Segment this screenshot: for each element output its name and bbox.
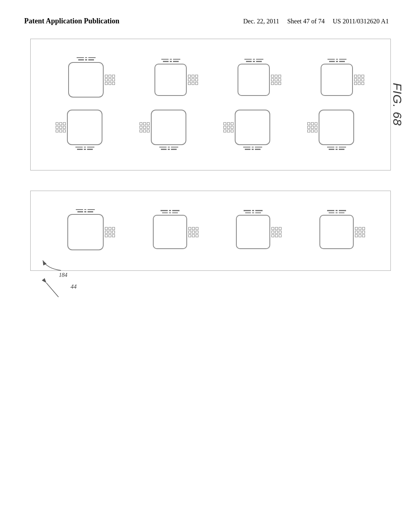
page-header: Patent Application Publication Dec. 22, … xyxy=(0,0,413,35)
icon-unit-1-4 xyxy=(321,59,353,96)
pub-date: Dec. 22, 2011 xyxy=(243,18,279,25)
icon-unit-2-2 xyxy=(151,110,186,150)
publication-title: Patent Application Publication xyxy=(24,16,119,26)
header-info: Dec. 22, 2011 Sheet 47 of 74 US 2011/031… xyxy=(243,16,389,27)
svg-line-2 xyxy=(46,283,58,297)
icon-row-3 xyxy=(43,209,378,250)
icon-unit-2-3 xyxy=(235,110,270,150)
icon-unit-1-2 xyxy=(154,59,187,96)
icon-unit-3-2 xyxy=(153,210,187,249)
icon-unit-3-1 xyxy=(67,209,104,250)
icon-row-1 xyxy=(43,57,378,98)
ref-44-area: 44 xyxy=(30,283,391,290)
icon-unit-2-4 xyxy=(319,110,354,150)
ref-184-label: 184 xyxy=(39,266,47,272)
icon-unit-3-4 xyxy=(319,210,354,249)
bottom-bordered-box: 184 xyxy=(30,191,391,271)
ref-44-label: 44 xyxy=(71,283,77,290)
icon-unit-1-3 xyxy=(238,59,270,96)
top-bordered-box: FIG. 68 xyxy=(30,39,391,170)
icon-row-2 xyxy=(43,110,378,150)
icon-unit-1-1 xyxy=(68,57,104,98)
icon-unit-3-3 xyxy=(236,210,270,249)
figure-label: FIG. 68 xyxy=(390,83,404,126)
patent-number: US 2011/0312620 A1 xyxy=(333,18,389,25)
sheet-info: Sheet 47 of 74 xyxy=(287,18,325,25)
icon-unit-2-1 xyxy=(67,110,102,150)
